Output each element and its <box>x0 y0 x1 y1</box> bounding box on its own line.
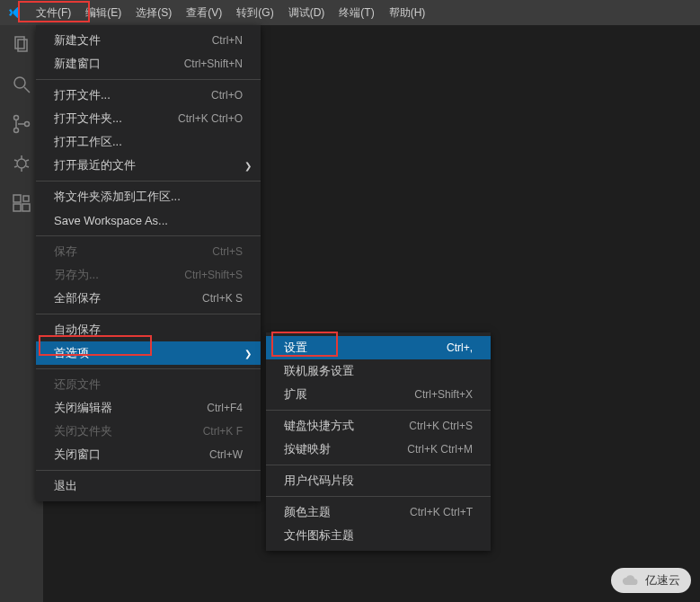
menu-item-label: 打开文件... <box>54 87 111 103</box>
svg-line-10 <box>26 160 29 161</box>
menu-item[interactable]: 退出 <box>36 474 261 498</box>
menu-separator <box>36 79 261 80</box>
menu-4[interactable]: 转到(G) <box>229 3 280 22</box>
menu-item-label: 关闭窗口 <box>54 447 101 463</box>
menu-item-shortcut: Ctrl+O <box>211 89 243 102</box>
source-control-icon[interactable] <box>11 113 32 135</box>
menu-separator <box>36 470 261 471</box>
menu-item: 关闭文件夹Ctrl+K F <box>36 420 261 443</box>
watermark-label: 亿速云 <box>645 572 680 589</box>
svg-rect-15 <box>13 204 21 211</box>
menu-separator <box>36 314 261 314</box>
menu-item-shortcut: Ctrl+Shift+S <box>184 269 243 281</box>
menu-3[interactable]: 查看(V) <box>179 3 229 22</box>
menu-item-label: 全部保存 <box>54 290 101 306</box>
menu-item-label: 还原文件 <box>54 376 101 393</box>
menu-item-label: Save Workspace As... <box>54 214 168 227</box>
menu-item[interactable]: 首选项❯ <box>36 341 261 365</box>
watermark-badge: 亿速云 <box>611 568 691 593</box>
svg-point-7 <box>17 159 26 168</box>
menu-1[interactable]: 编辑(E) <box>78 3 128 22</box>
menu-item-label: 关闭编辑器 <box>54 400 112 416</box>
menu-item-label: 扩展 <box>284 386 307 403</box>
menu-item[interactable]: 新建窗口Ctrl+Shift+N <box>36 52 261 75</box>
menu-item: 还原文件 <box>36 373 261 396</box>
menu-item[interactable]: 打开文件...Ctrl+O <box>36 84 261 107</box>
menu-item-label: 关闭文件夹 <box>54 423 112 439</box>
svg-rect-0 <box>15 37 24 49</box>
search-icon[interactable] <box>11 74 32 95</box>
extensions-icon[interactable] <box>11 192 32 214</box>
menu-separator <box>36 368 261 369</box>
menu-item[interactable]: 文件图标主题 <box>266 524 491 547</box>
svg-point-2 <box>14 77 25 88</box>
menu-item[interactable]: 新建文件Ctrl+N <box>36 29 261 52</box>
menu-item[interactable]: 打开最近的文件❯ <box>36 154 261 177</box>
menu-item[interactable]: Save Workspace As... <box>36 208 261 232</box>
menu-item[interactable]: 打开文件夹...Ctrl+K Ctrl+O <box>36 107 261 130</box>
menu-item-label: 自动保存 <box>54 322 101 338</box>
menu-item-shortcut: Ctrl+F4 <box>207 402 243 414</box>
menu-item-label: 打开最近的文件 <box>54 157 136 173</box>
menubar: 文件(F)编辑(E)选择(S)查看(V)转到(G)调试(D)终端(T)帮助(H) <box>0 0 700 25</box>
menu-item-shortcut: Ctrl+K Ctrl+T <box>410 506 473 518</box>
menu-item-shortcut: Ctrl+N <box>212 34 243 47</box>
menu-item[interactable]: 设置Ctrl+, <box>266 336 491 359</box>
menu-item-label: 用户代码片段 <box>284 473 354 489</box>
menu-item-label: 按键映射 <box>284 441 331 457</box>
chevron-right-icon: ❯ <box>244 349 252 359</box>
svg-point-4 <box>14 116 19 120</box>
preferences-submenu: 设置Ctrl+,联机服务设置扩展Ctrl+Shift+X键盘快捷方式Ctrl+K… <box>266 332 491 551</box>
svg-line-9 <box>14 160 17 161</box>
menu-5[interactable]: 调试(D) <box>281 3 332 22</box>
vscode-logo-icon <box>7 5 22 20</box>
menu-item-label: 联机服务设置 <box>284 363 354 379</box>
menu-item-label: 颜色主题 <box>284 504 331 520</box>
menu-item-label: 设置 <box>284 340 307 356</box>
menu-separator <box>36 181 261 181</box>
menu-item[interactable]: 颜色主题Ctrl+K Ctrl+T <box>266 500 491 524</box>
menu-item-shortcut: Ctrl+S <box>212 245 243 258</box>
menu-item[interactable]: 全部保存Ctrl+K S <box>36 287 261 310</box>
cloud-icon <box>622 571 640 589</box>
menu-separator <box>36 235 261 236</box>
menu-item[interactable]: 键盘快捷方式Ctrl+K Ctrl+S <box>266 414 491 438</box>
menu-6[interactable]: 终端(T) <box>332 3 381 22</box>
menu-item-shortcut: Ctrl+W <box>209 448 243 461</box>
menu-item[interactable]: 将文件夹添加到工作区... <box>36 185 261 208</box>
menu-0[interactable]: 文件(F) <box>29 3 78 22</box>
chevron-right-icon: ❯ <box>244 161 252 171</box>
svg-line-3 <box>24 87 30 93</box>
menu-item-label: 将文件夹添加到工作区... <box>54 189 181 205</box>
menu-separator <box>266 410 491 411</box>
menu-item[interactable]: 关闭编辑器Ctrl+F4 <box>36 396 261 420</box>
svg-line-11 <box>14 166 17 167</box>
menu-item-label: 打开工作区... <box>54 134 122 150</box>
file-menu-dropdown: 新建文件Ctrl+N新建窗口Ctrl+Shift+N打开文件...Ctrl+O打… <box>36 25 261 501</box>
svg-rect-16 <box>22 204 30 211</box>
menu-item-label: 首选项 <box>54 345 89 361</box>
menu-item[interactable]: 自动保存 <box>36 318 261 341</box>
menu-item-label: 另存为... <box>54 267 99 283</box>
menu-item-label: 打开文件夹... <box>54 111 122 127</box>
menu-item[interactable]: 按键映射Ctrl+K Ctrl+M <box>266 438 491 461</box>
debug-icon[interactable] <box>11 153 32 174</box>
explorer-icon[interactable] <box>11 34 32 56</box>
svg-point-5 <box>14 128 19 133</box>
menu-item-label: 新建文件 <box>54 32 101 49</box>
menu-item[interactable]: 联机服务设置 <box>266 359 491 383</box>
menu-item-shortcut: Ctrl+K F <box>203 425 243 438</box>
svg-rect-1 <box>18 40 27 51</box>
menu-separator <box>266 496 491 497</box>
menu-7[interactable]: 帮助(H) <box>382 3 433 22</box>
menu-item[interactable]: 扩展Ctrl+Shift+X <box>266 383 491 406</box>
menu-item-shortcut: Ctrl+K Ctrl+S <box>409 420 473 432</box>
menu-2[interactable]: 选择(S) <box>128 3 179 22</box>
menu-item[interactable]: 用户代码片段 <box>266 469 491 492</box>
menu-item-shortcut: Ctrl+K Ctrl+M <box>407 443 473 456</box>
menu-item-label: 退出 <box>54 478 77 494</box>
menu-item-shortcut: Ctrl+Shift+X <box>414 388 473 401</box>
svg-line-12 <box>26 166 29 167</box>
menu-item[interactable]: 打开工作区... <box>36 130 261 154</box>
menu-item[interactable]: 关闭窗口Ctrl+W <box>36 443 261 466</box>
